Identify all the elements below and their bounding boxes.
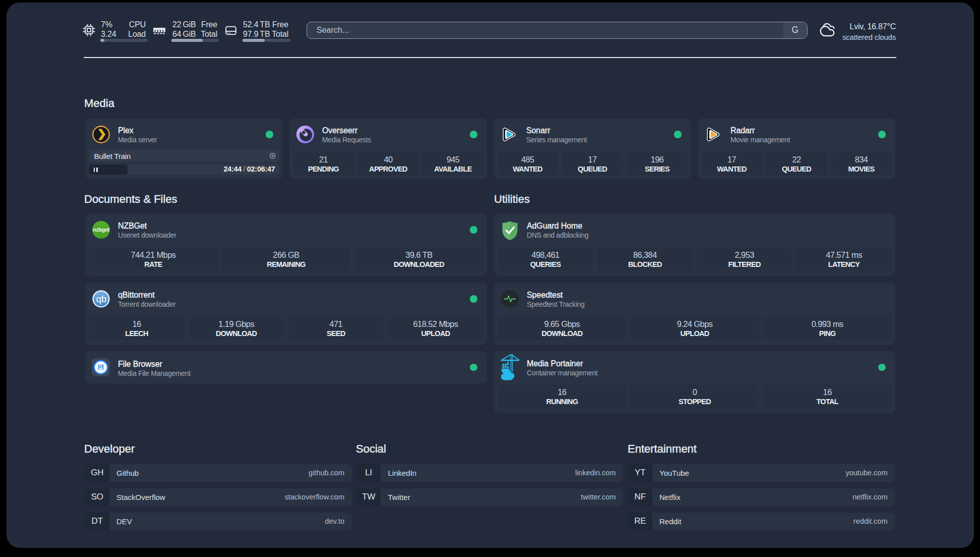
svg-text:qb: qb <box>96 293 107 304</box>
svg-text:nzbget: nzbget <box>93 227 109 233</box>
